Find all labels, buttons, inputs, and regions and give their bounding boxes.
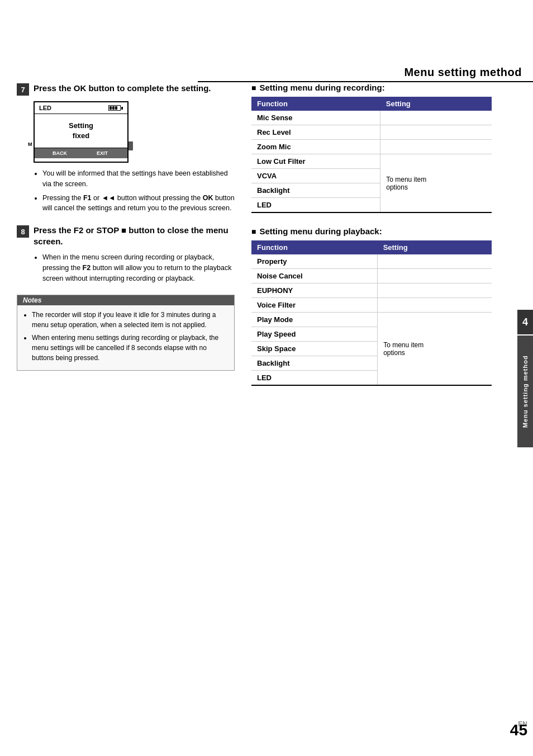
play-func-backlight: Backlight (251, 356, 378, 371)
rec-func-zoom-mic: Zoom Mic (251, 140, 380, 154)
rec-setting-mic-sense (380, 111, 492, 125)
play-func-led: LED (251, 371, 378, 386)
step8-bullets: When in the menu screen during recording… (34, 252, 235, 284)
step8-title: Press the F2 or STOP ■ button to close t… (34, 225, 235, 247)
step8-block: 8 Press the F2 or STOP ■ button to close… (17, 225, 235, 284)
playback-setting-header: Setting (378, 240, 492, 254)
recording-menu-table: Function Setting Mic Sense Rec Level Zoo… (251, 97, 492, 213)
playback-menu-table: Function Setting Property Noise Cancel E… (251, 240, 492, 386)
device-illustration: LED Setting fixed BACK (34, 101, 129, 163)
rec-func-rec-level: Rec Level (251, 125, 380, 140)
device-right-indicator (129, 141, 133, 150)
battery-bar3 (115, 106, 117, 110)
step7-bullet-1: You will be informed that the settings h… (42, 168, 235, 190)
left-column: 7 Press the OK button to complete the se… (17, 83, 235, 371)
recording-menu-section-header: Setting menu during recording: (251, 83, 492, 92)
play-func-euphony: EUPHONY (251, 284, 378, 298)
table-row: Play Mode To menu itemoptions (251, 313, 492, 327)
notes-item-1: The recorder will stop if you leave it i… (32, 310, 229, 330)
page-number: 45 (510, 721, 527, 739)
right-column: Setting menu during recording: Function … (251, 83, 514, 399)
play-setting-property (378, 254, 492, 269)
device-left-indicator: M (28, 141, 32, 147)
play-func-skip-space: Skip Space (251, 342, 378, 356)
notes-header: Notes (17, 295, 234, 305)
battery-tip (121, 107, 123, 110)
battery-bar2 (112, 106, 115, 110)
side-tab-label: Menu setting method (517, 336, 533, 447)
step8-header: 8 Press the F2 or STOP ■ button to close… (17, 225, 235, 247)
notes-box: Notes The recorder will stop if you leav… (17, 295, 235, 371)
playback-function-header: Function (251, 240, 378, 254)
battery-icon (108, 105, 123, 111)
device-led-label: LED (39, 105, 51, 111)
step7-number: 7 (17, 83, 29, 96)
table-row: Rec Level (251, 125, 492, 140)
play-func-play-mode: Play Mode (251, 313, 378, 327)
exit-button: EXIT (82, 149, 123, 157)
step7-bullets: You will be informed that the settings h… (34, 168, 235, 214)
back-button: BACK (39, 149, 80, 157)
notes-item-2: When entering menu settings during recor… (32, 333, 229, 363)
device-screen-text: Setting fixed (69, 121, 93, 141)
table-row: Property (251, 254, 492, 269)
recording-setting-header: Setting (380, 97, 492, 111)
step7-title: Press the OK button to complete the sett… (34, 83, 211, 94)
rec-func-vcva: VCVA (251, 169, 380, 183)
table-row: Mic Sense (251, 111, 492, 125)
table-row: Low Cut Filter To menu itemoptions (251, 154, 492, 169)
notes-content: The recorder will stop if you leave it i… (17, 305, 234, 370)
step7-block: 7 Press the OK button to complete the se… (17, 83, 235, 214)
recording-table-header-row: Function Setting (251, 97, 492, 111)
page-title: Menu setting method (198, 66, 522, 79)
table-row: Zoom Mic (251, 140, 492, 154)
device-bottom-bar: BACK EXIT (35, 148, 127, 158)
tab-number: 4 (517, 310, 533, 334)
device-top-bar: LED (35, 102, 127, 114)
step7-bullet-2: Pressing the F1 or ◄◄ button without pre… (42, 193, 235, 214)
table-row: EUPHONY (251, 284, 492, 298)
step8-bullet-1: When in the menu screen during recording… (42, 252, 235, 284)
play-setting-voice-filter (378, 298, 492, 313)
play-func-property: Property (251, 254, 378, 269)
rec-func-led: LED (251, 198, 380, 213)
device-screen-area: Setting fixed (35, 114, 127, 148)
playback-menu-section-header: Setting menu during playback: (251, 226, 492, 236)
table-row: Voice Filter (251, 298, 492, 313)
play-func-voice-filter: Voice Filter (251, 298, 378, 313)
rec-setting-zoom-mic (380, 140, 492, 154)
playback-table-header-row: Function Setting (251, 240, 492, 254)
play-func-play-speed: Play Speed (251, 327, 378, 342)
play-setting-noise-cancel (378, 269, 492, 284)
play-setting-euphony (378, 284, 492, 298)
play-setting-options: To menu itemoptions (378, 313, 492, 386)
rec-func-backlight: Backlight (251, 183, 380, 198)
rec-func-mic-sense: Mic Sense (251, 111, 380, 125)
rec-setting-rec-level (380, 125, 492, 140)
play-func-noise-cancel: Noise Cancel (251, 269, 378, 284)
step7-header: 7 Press the OK button to complete the se… (17, 83, 235, 96)
battery-bar (110, 106, 112, 110)
table-row: Noise Cancel (251, 269, 492, 284)
page-title-bar: Menu setting method (198, 66, 533, 82)
battery-body (108, 105, 121, 111)
notes-list: The recorder will stop if you leave it i… (23, 310, 229, 363)
rec-setting-options: To menu itemoptions (380, 154, 492, 213)
rec-func-low-cut: Low Cut Filter (251, 154, 380, 169)
recording-function-header: Function (251, 97, 380, 111)
step8-number: 8 (17, 225, 29, 238)
